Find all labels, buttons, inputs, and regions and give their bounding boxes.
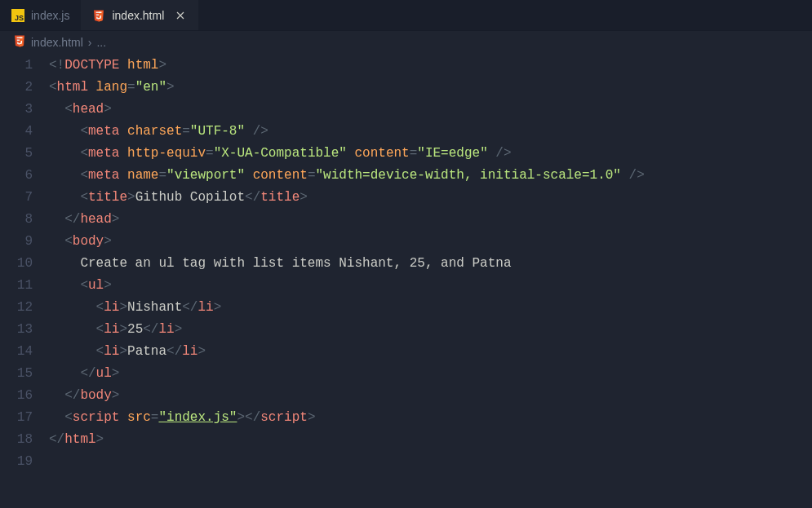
breadcrumb-more: ... [96,36,106,49]
code-line: <li>25</li> [49,319,812,341]
code-line: <li>Patna</li> [49,341,812,363]
html-file-icon [92,9,105,22]
code-line: <html lang="en"> [49,77,812,99]
code-line [49,451,812,473]
tab-bar: JS index.js index.html [0,0,812,31]
breadcrumb-separator: › [88,36,92,49]
code-line: <meta name="viewport" content="width=dev… [49,165,812,187]
line-number: 5 [0,143,33,165]
line-number: 12 [0,297,33,319]
code-line: Create an ul tag with list items Nishant… [49,253,812,275]
line-number: 15 [0,363,33,385]
line-number: 16 [0,385,33,407]
line-number: 3 [0,99,33,121]
code-line: </ul> [49,363,812,385]
code-line: <script src="index.js"></script> [49,407,812,429]
code-content[interactable]: <!DOCTYPE html> <html lang="en"> <head> … [49,55,812,473]
line-number: 19 [0,451,33,473]
code-line: </head> [49,209,812,231]
line-number: 13 [0,319,33,341]
line-number: 1 [0,55,33,77]
line-number: 6 [0,165,33,187]
code-line: <title>Github Copilot</title> [49,187,812,209]
line-number: 8 [0,209,33,231]
code-line: </html> [49,429,812,451]
line-number: 7 [0,187,33,209]
tab-index-js[interactable]: JS index.js [0,0,81,30]
js-file-icon: JS [11,9,24,22]
code-line: <head> [49,99,812,121]
line-number: 4 [0,121,33,143]
line-number: 10 [0,253,33,275]
line-number: 9 [0,231,33,253]
editor-area[interactable]: 1 2 3 4 5 6 7 8 9 10 11 12 13 14 15 16 1… [0,53,812,473]
line-number: 14 [0,341,33,363]
line-number-gutter: 1 2 3 4 5 6 7 8 9 10 11 12 13 14 15 16 1… [0,55,49,473]
tab-label: index.js [31,9,69,22]
line-number: 17 [0,407,33,429]
code-line: <body> [49,231,812,253]
code-line: <meta charset="UTF-8" /> [49,121,812,143]
code-line: </body> [49,385,812,407]
breadcrumb[interactable]: index.html › ... [0,31,812,53]
html-file-icon [13,34,26,50]
close-icon[interactable] [174,9,187,22]
breadcrumb-file: index.html [31,36,83,49]
code-line: <!DOCTYPE html> [49,55,812,77]
code-line: <ul> [49,275,812,297]
line-number: 2 [0,77,33,99]
code-line: <li>Nishant</li> [49,297,812,319]
code-line: <meta http-equiv="X-UA-Compatible" conte… [49,143,812,165]
line-number: 11 [0,275,33,297]
tab-label: index.html [112,9,164,22]
tab-index-html[interactable]: index.html [81,0,198,30]
line-number: 18 [0,429,33,451]
